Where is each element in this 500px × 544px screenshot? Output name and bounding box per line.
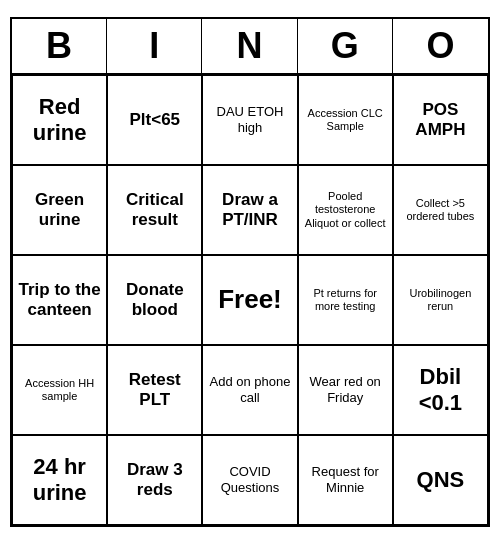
bingo-cell-text-20: 24 hr urine — [17, 454, 102, 507]
bingo-cell-text-11: Donate blood — [112, 280, 197, 321]
bingo-cell-15: Accession HH sample — [12, 345, 107, 435]
bingo-cell-text-7: Draw a PT/INR — [207, 190, 292, 231]
bingo-cell-text-4: POS AMPH — [398, 100, 483, 141]
bingo-cell-text-10: Trip to the canteen — [17, 280, 102, 321]
bingo-cell-2: DAU ETOH high — [202, 75, 297, 165]
bingo-cell-23: Request for Minnie — [298, 435, 393, 525]
bingo-cell-text-24: QNS — [417, 467, 465, 493]
bingo-cell-text-3: Accession CLC Sample — [303, 107, 388, 133]
bingo-cell-0: Red urine — [12, 75, 107, 165]
bingo-cell-7: Draw a PT/INR — [202, 165, 297, 255]
header-letter-n: N — [202, 19, 297, 73]
bingo-cell-16: Retest PLT — [107, 345, 202, 435]
bingo-cell-text-21: Draw 3 reds — [112, 460, 197, 501]
bingo-cell-text-22: COVID Questions — [207, 464, 292, 495]
bingo-cell-text-14: Urobilinogen rerun — [398, 287, 483, 313]
bingo-cell-14: Urobilinogen rerun — [393, 255, 488, 345]
bingo-grid: Red urinePlt<65DAU ETOH highAccession CL… — [12, 75, 488, 525]
bingo-cell-text-2: DAU ETOH high — [207, 104, 292, 135]
bingo-cell-text-12: Free! — [218, 284, 282, 315]
header-letter-i: I — [107, 19, 202, 73]
bingo-cell-10: Trip to the canteen — [12, 255, 107, 345]
bingo-cell-21: Draw 3 reds — [107, 435, 202, 525]
header-letter-g: G — [298, 19, 393, 73]
bingo-cell-text-23: Request for Minnie — [303, 464, 388, 495]
bingo-cell-text-9: Collect >5 ordered tubes — [398, 197, 483, 223]
bingo-cell-text-0: Red urine — [17, 94, 102, 147]
bingo-cell-3: Accession CLC Sample — [298, 75, 393, 165]
bingo-cell-13: Pt returns for more testing — [298, 255, 393, 345]
bingo-cell-22: COVID Questions — [202, 435, 297, 525]
bingo-cell-12: Free! — [202, 255, 297, 345]
bingo-card: BINGO Red urinePlt<65DAU ETOH highAccess… — [10, 17, 490, 527]
bingo-cell-17: Add on phone call — [202, 345, 297, 435]
bingo-cell-19: Dbil <0.1 — [393, 345, 488, 435]
bingo-header: BINGO — [12, 19, 488, 75]
bingo-cell-text-1: Plt<65 — [130, 110, 181, 130]
header-letter-b: B — [12, 19, 107, 73]
bingo-cell-text-16: Retest PLT — [112, 370, 197, 411]
bingo-cell-11: Donate blood — [107, 255, 202, 345]
bingo-cell-20: 24 hr urine — [12, 435, 107, 525]
bingo-cell-text-8: Pooled testosterone Aliquot or collect — [303, 190, 388, 230]
bingo-cell-1: Plt<65 — [107, 75, 202, 165]
bingo-cell-text-15: Accession HH sample — [17, 377, 102, 403]
bingo-cell-text-13: Pt returns for more testing — [303, 287, 388, 313]
bingo-cell-6: Critical result — [107, 165, 202, 255]
bingo-cell-4: POS AMPH — [393, 75, 488, 165]
bingo-cell-5: Green urine — [12, 165, 107, 255]
header-letter-o: O — [393, 19, 488, 73]
bingo-cell-text-6: Critical result — [112, 190, 197, 231]
bingo-cell-9: Collect >5 ordered tubes — [393, 165, 488, 255]
bingo-cell-text-18: Wear red on Friday — [303, 374, 388, 405]
bingo-cell-8: Pooled testosterone Aliquot or collect — [298, 165, 393, 255]
bingo-cell-18: Wear red on Friday — [298, 345, 393, 435]
bingo-cell-text-17: Add on phone call — [207, 374, 292, 405]
bingo-cell-text-19: Dbil <0.1 — [398, 364, 483, 417]
bingo-cell-text-5: Green urine — [17, 190, 102, 231]
bingo-cell-24: QNS — [393, 435, 488, 525]
